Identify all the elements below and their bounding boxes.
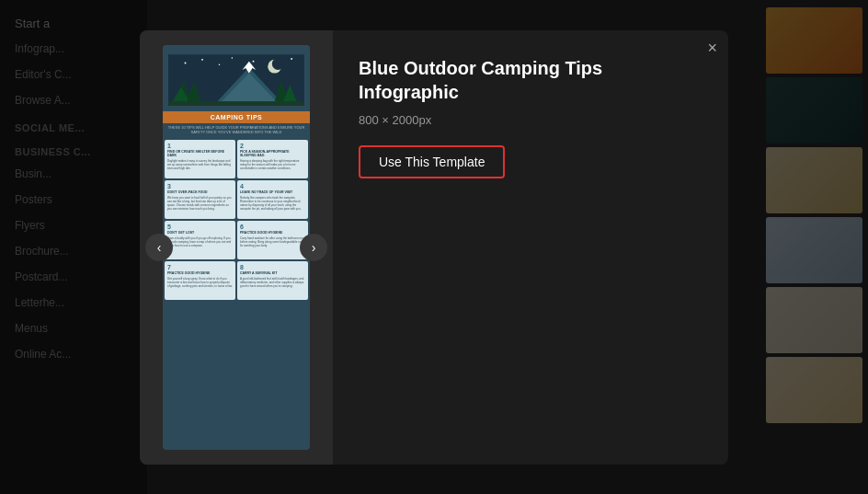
tips-grid: 1 FIND OR CREATE SHELTER BEFORE DARK Day… (163, 138, 310, 302)
tip-card-5: 5 DON'T GET LOST Have a buddy with you i… (165, 221, 235, 259)
tip-title-2: PICK A SEASON-APPROPRIATE SLEEPING BAG (240, 150, 305, 157)
use-template-button[interactable]: Use This Template (359, 145, 505, 178)
mountain-svg (168, 52, 304, 108)
infographic-subtitle: THESE 10 TIPS WILL HELP GUIDE YOUR PREPA… (163, 123, 310, 138)
tip-card-4: 4 LEAVE NO TRACE OF YOUR VISIT Nobody li… (237, 180, 308, 219)
next-template-button[interactable]: › (300, 234, 327, 261)
tip-number-8: 8 (240, 264, 305, 270)
template-modal: × ‹ (140, 30, 728, 465)
tip-number-6: 6 (240, 224, 305, 230)
tip-text-3: We know you want to haul half of your pa… (167, 196, 233, 212)
svg-point-4 (253, 60, 255, 62)
tip-title-8: CARRY A SURVIVAL KIT (240, 271, 305, 275)
svg-point-7 (232, 57, 233, 58)
prev-template-button[interactable]: ‹ (145, 234, 173, 261)
tip-card-7: 7 PRACTICE GOOD HYGIENE Get yourself a b… (165, 261, 235, 300)
svg-rect-18 (168, 101, 304, 106)
tip-title-7: PRACTICE GOOD HYGIENE (167, 271, 233, 275)
tip-number-1: 1 (167, 143, 233, 149)
infographic-title: CAMPING TIPS (163, 111, 310, 123)
template-dimensions: 800 × 2000px (359, 113, 702, 127)
tip-number-5: 5 (167, 224, 233, 230)
svg-point-1 (185, 62, 187, 63)
tip-text-5: Have a buddy with you if you go off expl… (167, 236, 233, 248)
tip-title-3: DON'T OVER-PACK FOOD (167, 190, 233, 194)
template-preview-area: ‹ (140, 30, 333, 465)
tip-card-6: 6 PRACTICE GOOD HYGIENE Carry hand sanit… (237, 221, 308, 259)
tip-card-8: 8 CARRY A SURVIVAL KIT A good old-fashio… (237, 261, 308, 300)
infographic-preview: CAMPING TIPS THESE 10 TIPS WILL HELP GUI… (163, 45, 310, 450)
modal-overlay: × ‹ (0, 0, 868, 494)
mountain-scene (168, 52, 304, 108)
tip-title-4: LEAVE NO TRACE OF YOUR VISIT (240, 190, 305, 194)
template-title: Blue Outdoor Camping Tips Infographic (359, 56, 702, 104)
modal-body: ‹ (140, 30, 728, 465)
infographic-header (163, 45, 310, 111)
tip-title-5: DON'T GET LOST (167, 231, 233, 235)
tip-text-2: Having a sleeping bag with the right tem… (240, 159, 305, 171)
tip-text-1: Daylight makes it easy to survey the lan… (167, 159, 233, 171)
tip-number-3: 3 (167, 183, 233, 190)
tip-number-2: 2 (240, 143, 305, 149)
tip-title-6: PRACTICE GOOD HYGIENE (240, 231, 305, 235)
tip-number-4: 4 (240, 183, 305, 190)
svg-point-3 (219, 63, 220, 64)
tip-number-7: 7 (167, 264, 233, 270)
modal-close-button[interactable]: × (707, 40, 717, 56)
template-info-panel: Blue Outdoor Camping Tips Infographic 80… (333, 30, 728, 465)
svg-point-2 (201, 58, 203, 60)
tip-card-3: 3 DON'T OVER-PACK FOOD We know you want … (165, 180, 235, 219)
tip-text-7: Get yourself a bug spray. Know what to d… (167, 277, 233, 289)
svg-point-6 (291, 57, 292, 59)
svg-point-9 (272, 57, 284, 69)
tip-card-1: 1 FIND OR CREATE SHELTER BEFORE DARK Day… (165, 140, 235, 178)
tip-text-6: Carry hand sanitizer for after using the… (240, 236, 305, 248)
tip-text-8: A good old-fashioned first aid kit with … (240, 277, 305, 289)
tip-card-2: 2 PICK A SEASON-APPROPRIATE SLEEPING BAG… (237, 140, 308, 178)
tip-title-1: FIND OR CREATE SHELTER BEFORE DARK (167, 150, 233, 157)
tip-text-4: Nobody like campers who trash the campsi… (240, 196, 305, 212)
